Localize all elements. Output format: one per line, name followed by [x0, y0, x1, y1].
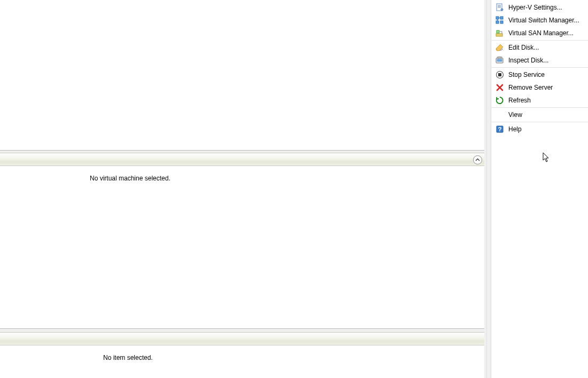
separator [491, 122, 588, 122]
action-label: Inspect Disk... [508, 57, 548, 64]
action-inspect-disk[interactable]: Inspect Disk... [491, 54, 588, 67]
action-hyperv-settings[interactable]: Hyper-V Settings... [491, 1, 588, 14]
action-label: Hyper-V Settings... [508, 4, 562, 11]
action-label: Virtual SAN Manager... [508, 29, 574, 37]
action-label: Stop Service [508, 71, 545, 78]
checkpoints-pane: No item selected. [0, 332, 484, 378]
checkpoints-body: No item selected. [0, 345, 484, 378]
action-virtual-switch-manager[interactable]: Virtual Switch Manager... [491, 14, 588, 27]
action-help[interactable]: ? Help [491, 123, 588, 136]
main-content-area: No virtual machine selected. No item sel… [0, 0, 484, 378]
vm-details-body: No virtual machine selected. [0, 166, 484, 328]
vm-list-pane [0, 0, 484, 151]
vm-details-header [0, 153, 484, 166]
action-edit-disk[interactable]: Edit Disk... [491, 41, 588, 54]
close-x-icon [494, 83, 505, 92]
switch-manager-icon [494, 16, 505, 25]
separator [491, 107, 588, 108]
action-remove-server[interactable]: Remove Server [491, 81, 588, 94]
svg-rect-20 [498, 73, 501, 76]
svg-point-18 [497, 57, 502, 58]
refresh-icon [494, 96, 505, 105]
svg-rect-17 [497, 59, 502, 62]
vm-details-pane: No virtual machine selected. [0, 153, 484, 329]
stop-icon [494, 70, 505, 79]
actions-pane: Hyper-V Settings... Virtual Switch Manag… [491, 0, 588, 378]
separator [491, 40, 588, 41]
action-view[interactable]: View [491, 108, 588, 121]
svg-text:?: ? [498, 126, 502, 132]
svg-rect-6 [500, 17, 503, 19]
settings-page-icon [494, 3, 505, 12]
collapse-button[interactable] [473, 155, 482, 164]
action-label: Help [508, 125, 522, 133]
san-manager-icon [494, 29, 505, 37]
svg-rect-12 [497, 30, 499, 33]
splitter-vertical[interactable] [484, 0, 491, 378]
action-label: Remove Server [508, 84, 553, 91]
svg-rect-8 [500, 21, 503, 23]
chevron-up-icon [475, 158, 480, 162]
svg-rect-5 [496, 17, 499, 19]
action-refresh[interactable]: Refresh [491, 94, 588, 107]
inspect-disk-icon [494, 56, 505, 65]
separator [491, 67, 588, 68]
svg-rect-7 [496, 21, 499, 23]
action-virtual-san-manager[interactable]: Virtual SAN Manager... [491, 27, 588, 40]
no-item-selected-text: No item selected. [0, 345, 484, 361]
action-label: Edit Disk... [508, 44, 539, 51]
no-vm-selected-text: No virtual machine selected. [0, 166, 484, 182]
action-label: View [508, 111, 522, 119]
action-label: Refresh [508, 97, 531, 104]
svg-point-4 [501, 9, 503, 11]
edit-disk-icon [494, 43, 505, 52]
help-icon: ? [494, 125, 505, 133]
svg-rect-11 [496, 34, 502, 36]
action-label: Virtual Switch Manager... [508, 17, 579, 24]
blank-icon [494, 111, 505, 119]
action-stop-service[interactable]: Stop Service [491, 68, 588, 81]
checkpoints-header [0, 332, 484, 345]
